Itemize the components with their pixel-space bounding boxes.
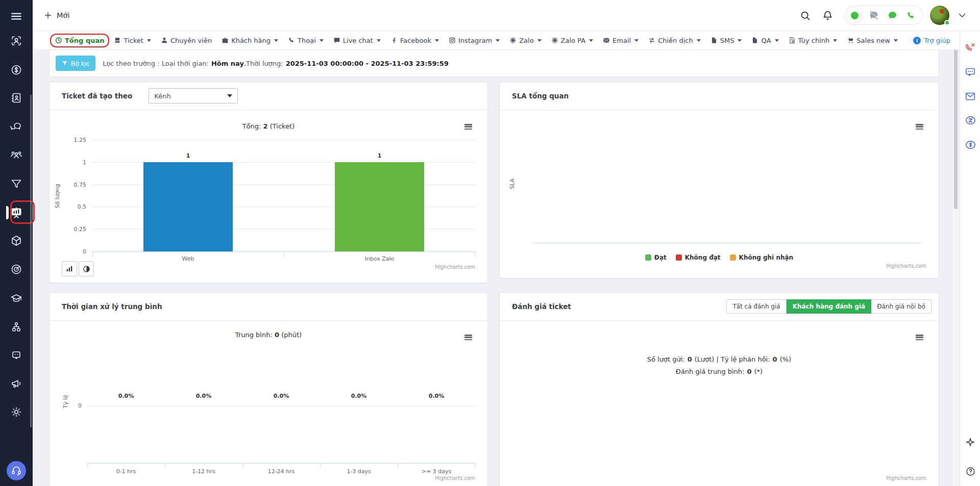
panel-avg-handle-time: Thời gian xử lý trung bình Trung bình: 0… bbox=[49, 292, 488, 486]
chevron-down-icon bbox=[377, 39, 381, 42]
notifications-button[interactable] bbox=[819, 7, 836, 24]
org-chart-icon bbox=[10, 321, 22, 333]
rail-help-button[interactable] bbox=[960, 461, 980, 481]
legend-item-khong-dat[interactable]: Không đạt bbox=[676, 254, 721, 261]
rating-customer-button[interactable]: Khách hàng đánh giá bbox=[787, 299, 871, 314]
legend-item-dat[interactable]: Đạt bbox=[645, 254, 667, 261]
nav-item-email[interactable]: Email bbox=[603, 37, 639, 44]
sidebar-item-conversations[interactable] bbox=[6, 116, 27, 137]
sidebar-item-targets[interactable] bbox=[6, 259, 27, 279]
agent-icon bbox=[161, 37, 168, 44]
panel-title: SLA tổng quan bbox=[512, 92, 569, 100]
nav-item-sms[interactable]: SMS bbox=[710, 37, 742, 44]
nav-item-chien-dich[interactable]: Chiến dịch bbox=[648, 37, 701, 44]
bot-icon bbox=[10, 349, 22, 361]
chevron-down-icon bbox=[147, 39, 151, 42]
filter-mid: ,Thời lượng: bbox=[244, 60, 283, 67]
rating-stats-line1: Số lượt gửi:0(Lượt) | Tỷ lệ phản hồi:0(%… bbox=[500, 355, 939, 363]
rail-navigate-button[interactable] bbox=[960, 432, 980, 452]
highcharts-credit[interactable]: Highcharts.com bbox=[435, 264, 475, 270]
nav-item-zalo[interactable]: Zalo bbox=[509, 37, 541, 44]
sidebar-item-org-chart[interactable] bbox=[6, 317, 27, 337]
highcharts-credit[interactable]: Highcharts.com bbox=[886, 263, 926, 269]
legend-label: Đạt bbox=[654, 254, 667, 261]
nav-item-sales-new[interactable]: Sales new bbox=[847, 37, 898, 44]
sidebar-item-contacts[interactable] bbox=[6, 88, 27, 108]
nav-item-ticket[interactable]: Ticket bbox=[114, 37, 151, 44]
panel-title: Đánh giá ticket bbox=[512, 302, 571, 311]
x-category-label: 12-24 hrs bbox=[242, 468, 320, 475]
nav-item-live-chat[interactable]: Live chat bbox=[333, 37, 381, 44]
nav-item-qa[interactable]: QA bbox=[751, 37, 778, 44]
graduation-cap-icon bbox=[10, 292, 22, 304]
rail-email-button[interactable] bbox=[960, 86, 980, 107]
sidebar-scrollbar[interactable] bbox=[30, 94, 32, 427]
y-axis-title: SLA bbox=[509, 178, 516, 189]
sidebar-item-settings[interactable] bbox=[6, 402, 27, 422]
nav-item-instagram[interactable]: Instagram bbox=[449, 37, 500, 44]
rail-chat-button[interactable] bbox=[960, 62, 980, 82]
bar-chart-icon bbox=[66, 265, 73, 272]
legend-label: Không ghi nhận bbox=[739, 254, 794, 261]
chart-menu-button[interactable] bbox=[916, 335, 923, 340]
presentation-chart-icon bbox=[10, 206, 23, 219]
file-icon bbox=[751, 37, 758, 44]
nav-item-thoai[interactable]: Thoại bbox=[288, 37, 324, 44]
page-scrollbar-thumb[interactable] bbox=[954, 40, 958, 209]
plus-icon bbox=[44, 11, 52, 19]
missed-call-button[interactable] bbox=[960, 37, 980, 58]
channel-select[interactable]: Kênh bbox=[149, 88, 238, 104]
chart-menu-button[interactable] bbox=[464, 335, 472, 340]
support-headset-button[interactable] bbox=[7, 461, 26, 480]
rail-zalo-button[interactable] bbox=[960, 110, 980, 131]
chart-contrast-button[interactable] bbox=[79, 261, 94, 276]
bar-inbox-zalo[interactable] bbox=[335, 162, 424, 251]
highcharts-credit[interactable]: Highcharts.com bbox=[435, 475, 475, 481]
chat-slash-icon bbox=[868, 10, 879, 21]
y-tick: 0.75 bbox=[74, 182, 87, 188]
chart-menu-button[interactable] bbox=[464, 124, 472, 130]
highcharts-credit[interactable]: Highcharts.com bbox=[886, 475, 926, 481]
chevron-down-icon bbox=[496, 39, 500, 42]
account-menu-button[interactable] bbox=[953, 7, 971, 24]
sidebar-item-filters[interactable] bbox=[6, 174, 27, 194]
sidebar-item-marketing[interactable] bbox=[6, 373, 27, 394]
email-icon bbox=[603, 37, 610, 44]
filter-button[interactable]: Bộ lọc bbox=[56, 56, 95, 71]
nav-item-tuy-chinh[interactable]: Tùy chỉnh bbox=[789, 37, 838, 44]
nav-item-zalo-pa[interactable]: Zalo PA bbox=[551, 37, 593, 44]
channel-select-value: Kênh bbox=[154, 92, 170, 100]
nav-label: Chiến dịch bbox=[658, 37, 693, 44]
chart-type-bar-button[interactable] bbox=[62, 261, 77, 276]
phone-online-toggle[interactable] bbox=[904, 7, 917, 24]
bar-web[interactable] bbox=[143, 162, 233, 251]
status-available-chip[interactable] bbox=[847, 8, 862, 23]
nav-item-tong-quan[interactable]: Tổng quan bbox=[55, 37, 104, 44]
chart-menu-button[interactable] bbox=[916, 124, 923, 130]
sidebar-item-chatbot[interactable] bbox=[6, 345, 27, 365]
rating-all-button[interactable]: Tất cả đánh giá bbox=[726, 299, 786, 314]
new-button[interactable]: Mới bbox=[44, 11, 69, 19]
sidebar-menu-toggle[interactable] bbox=[6, 6, 27, 27]
chat-online-toggle[interactable] bbox=[886, 7, 899, 24]
help-link[interactable]: i Trợ giúp bbox=[913, 37, 950, 44]
sidebar-item-billing[interactable] bbox=[6, 60, 27, 80]
sidebar-item-customer-scan[interactable] bbox=[6, 31, 27, 51]
sidebar-item-teams[interactable] bbox=[6, 145, 27, 166]
legend-item-khong-ghi-nhan[interactable]: Không ghi nhận bbox=[730, 254, 794, 261]
nav-item-chuyen-vien[interactable]: Chuyên viên bbox=[161, 37, 212, 44]
chat-disabled-toggle[interactable] bbox=[867, 7, 880, 24]
nav-item-facebook[interactable]: Facebook bbox=[390, 37, 439, 44]
avatar[interactable] bbox=[930, 6, 949, 25]
sidebar-item-training[interactable] bbox=[6, 288, 27, 309]
nav-label: Ticket bbox=[124, 37, 143, 44]
rating-internal-button[interactable]: Đánh giá nội bộ bbox=[871, 299, 932, 314]
nav-item-khach-hang[interactable]: Khách hàng bbox=[222, 37, 278, 44]
rail-payment-button[interactable] bbox=[960, 135, 980, 155]
x-category-label: 1-12 hrs bbox=[165, 468, 242, 475]
search-button[interactable] bbox=[796, 7, 814, 24]
sidebar-item-reports-active[interactable] bbox=[6, 202, 27, 223]
sidebar-item-products[interactable] bbox=[6, 231, 27, 251]
people-group-icon bbox=[10, 149, 22, 162]
bar-value-label: 1 bbox=[335, 152, 424, 159]
